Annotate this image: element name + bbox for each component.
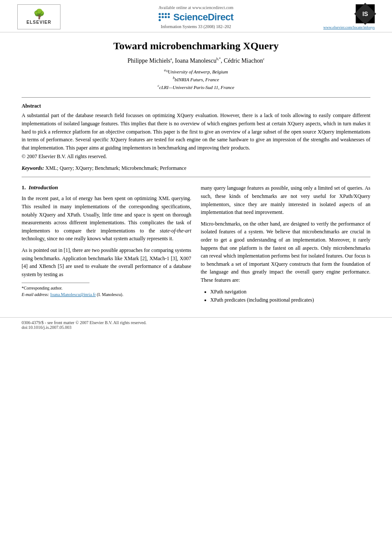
title-divider xyxy=(22,97,370,98)
page-footer: 0306-4379/$ - see front matter © 2007 El… xyxy=(0,317,392,331)
affiliations: aᵁUniversity of Antwerp, Belgium bbINRIA… xyxy=(22,68,370,92)
footnote: *Corresponding author. E-mail address: I… xyxy=(22,285,191,298)
footer-line1: 0306-4379/$ - see front matter © 2007 El… xyxy=(22,320,370,325)
sciencedirect-text: ScienceDirect xyxy=(173,12,233,23)
header-center: Available online at www.sciencedirect.co… xyxy=(69,5,323,29)
authors: Philippe Michielsa, Ioana Manolescub,*, … xyxy=(22,57,370,64)
footnote-divider xyxy=(22,283,89,283)
feature-list: XPath navigation XPath predicates (inclu… xyxy=(201,288,371,304)
main-content: Toward microbenchmarking XQuery Philippe… xyxy=(0,32,392,313)
is-logo: IS xyxy=(356,4,375,23)
header-right: IS www.elsevier.com/locate/infosys xyxy=(323,4,375,29)
section1-para1: In the recent past, a lot of energy has … xyxy=(22,194,191,243)
is-text: IS xyxy=(362,10,368,17)
list-item: XPath navigation xyxy=(210,288,371,296)
elsevier-tree-icon: 🌳 xyxy=(33,10,45,19)
section1-right-para2: Micro-benchmarks, on the other hand, are… xyxy=(201,220,371,284)
section1-right-para1: many query language features as possible… xyxy=(201,184,371,216)
elsevier-logo: 🌳 ELSEVIER xyxy=(17,4,61,29)
keywords-values: XML; Query; XQuery; Benchmark; Microbenc… xyxy=(45,165,186,171)
sd-dots-icon xyxy=(159,13,171,21)
abstract-text: A substantial part of the database resea… xyxy=(22,111,370,152)
section1-para2: As is pointed out in [1], there are two … xyxy=(22,246,191,278)
abstract-label: Abstract xyxy=(22,103,370,109)
section1-number: 1. xyxy=(22,184,26,191)
email-link[interactable]: Ioana.Manolescu@inria.fr xyxy=(50,292,96,297)
keywords-label: Keywords: xyxy=(22,165,44,171)
abstract-section: Abstract A substantial part of the datab… xyxy=(22,103,370,160)
right-column: many query language features as possible… xyxy=(201,184,371,304)
footer-line2: doi:10.1016/j.is.2007.05.003 xyxy=(22,325,370,330)
abstract-divider xyxy=(22,177,370,177)
section1-heading: 1. Introduction xyxy=(22,184,191,191)
keywords-line: Keywords: XML; Query; XQuery; Benchmark;… xyxy=(22,165,370,172)
list-item: XPath predicates (including positional p… xyxy=(210,296,371,304)
elsevier-logo-area: 🌳 ELSEVIER xyxy=(17,4,69,29)
page: 🌳 ELSEVIER Available online at www.scien… xyxy=(0,0,392,535)
two-column-layout: 1. Introduction In the recent past, a lo… xyxy=(22,184,370,304)
footnote-email: E-mail address: Ioana.Manolescu@inria.fr… xyxy=(22,291,191,298)
title-section: Toward microbenchmarking XQuery Philippe… xyxy=(22,40,370,91)
sciencedirect-logo: ScienceDirect xyxy=(69,12,323,23)
elsevier-url[interactable]: www.elsevier.com/locate/infosys xyxy=(323,25,375,29)
page-header: 🌳 ELSEVIER Available online at www.scien… xyxy=(0,0,392,32)
section1-title: Introduction xyxy=(29,184,58,191)
left-column: 1. Introduction In the recent past, a lo… xyxy=(22,184,191,304)
journal-info: Information Systems 33 (2008) 182–202 xyxy=(69,24,323,29)
copyright-text: © 2007 Elsevier B.V. All rights reserved… xyxy=(22,153,370,160)
footnote-corresponding: *Corresponding author. xyxy=(22,285,191,291)
available-online-text: Available online at www.sciencedirect.co… xyxy=(69,5,323,10)
elsevier-name: ELSEVIER xyxy=(26,20,51,25)
paper-title: Toward microbenchmarking XQuery xyxy=(22,40,370,52)
